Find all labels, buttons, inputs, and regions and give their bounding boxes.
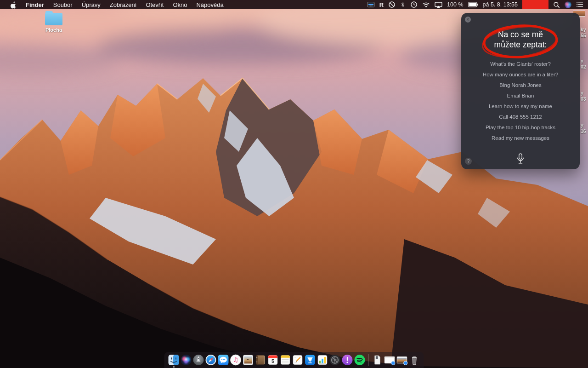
time-machine-icon[interactable] <box>410 0 418 9</box>
desktop-icon-fragment[interactable]: y 02 <box>581 58 586 70</box>
calendar-day: 5 <box>271 358 274 364</box>
dock-itunes-icon[interactable]: ♫ <box>230 354 242 366</box>
fragment-line: y <box>581 90 586 96</box>
dock-siri-icon[interactable] <box>181 354 192 366</box>
fragment-line: 16 <box>581 128 586 134</box>
siri-menu-icon[interactable] <box>565 0 571 9</box>
siri-panel: × Na co se mě můžete zeptat: What's the … <box>461 13 580 169</box>
folder-icon <box>45 13 62 25</box>
siri-suggestion[interactable]: Call 408 555 1212 <box>461 112 580 122</box>
dock-spotify-icon[interactable] <box>354 354 366 366</box>
dock-minimized-window-photo-icon[interactable] <box>396 354 408 366</box>
title-line-1: Na co se mě <box>461 29 580 40</box>
menu-zobrazeni[interactable]: Zobrazení <box>105 0 141 9</box>
close-icon[interactable]: × <box>465 17 471 23</box>
fragment-line: ky <box>581 27 586 33</box>
svg-text:♫: ♫ <box>233 356 238 364</box>
dock-safari-icon[interactable] <box>205 354 217 366</box>
menu-otevrit[interactable]: Otevřít <box>141 0 168 9</box>
status-app-icon[interactable] <box>367 0 375 9</box>
siri-suggestion[interactable]: Play the top 10 hip-hop tracks <box>461 122 580 133</box>
dock-launchpad-icon[interactable] <box>193 354 204 366</box>
menu-soubor[interactable]: Soubor <box>49 0 77 9</box>
do-not-disturb-icon[interactable] <box>388 0 396 9</box>
battery-icon[interactable] <box>468 0 478 9</box>
airplay-display-icon[interactable] <box>435 0 442 9</box>
menu-finder[interactable]: Finder <box>21 0 49 9</box>
fragment-line: 03 <box>581 96 586 102</box>
bluetooth-icon[interactable] <box>400 0 406 9</box>
dock-calendar-icon[interactable]: 5 <box>267 354 279 366</box>
status-r-icon[interactable]: R <box>379 0 384 9</box>
apple-menu-icon[interactable] <box>6 0 21 9</box>
menu-clock[interactable]: pá 5. 8. 13:55 <box>483 1 518 8</box>
dock-finder-icon[interactable] <box>168 354 180 366</box>
menu-bar: Finder Soubor Úpravy Zobrazení Otevřít O… <box>0 0 588 9</box>
help-icon[interactable]: ? <box>465 158 472 165</box>
menu-upravy[interactable]: Úpravy <box>77 0 105 9</box>
desktop-icon-fragment[interactable]: y 16 <box>581 122 586 134</box>
fragment-line: 02 <box>581 64 586 70</box>
dock-pages-icon[interactable] <box>292 354 304 366</box>
running-indicator <box>173 366 175 368</box>
dock-dial-app-icon[interactable] <box>329 354 341 366</box>
redacted-username <box>522 0 548 9</box>
notification-center-icon[interactable] <box>576 0 583 9</box>
siri-suggestion[interactable]: Read my new messages <box>461 133 580 144</box>
desktop-folder-plocha[interactable]: Plocha <box>43 11 65 33</box>
siri-suggestion[interactable]: Bing Norah Jones <box>461 80 580 91</box>
dock-documents-stack-icon[interactable] <box>372 354 383 366</box>
dock-divider <box>368 354 369 366</box>
dock-trash-icon[interactable] <box>409 354 420 366</box>
dock-contacts-icon[interactable] <box>255 354 266 366</box>
dock-numbers-icon[interactable] <box>317 354 328 366</box>
siri-suggestion[interactable]: Learn how to say my name <box>461 101 580 112</box>
wifi-icon[interactable] <box>422 0 430 9</box>
dock-notes-icon[interactable] <box>280 354 291 366</box>
desktop-screen: Finder Soubor Úpravy Zobrazení Otevřít O… <box>0 0 588 368</box>
siri-suggestions: What's the Giants' roster? How many ounc… <box>461 59 580 144</box>
menu-napoveda[interactable]: Nápověda <box>192 0 228 9</box>
folder-label: Plocha <box>43 27 65 33</box>
battery-percentage: 100 % <box>447 1 463 8</box>
desktop-icon-fragment[interactable]: y 03 <box>581 90 586 102</box>
siri-panel-title: Na co se mě můžete zeptat: <box>461 29 580 50</box>
dock: ♫ <box>164 352 424 368</box>
spotlight-icon[interactable] <box>553 0 560 9</box>
menu-okno[interactable]: Okno <box>168 0 192 9</box>
siri-suggestion[interactable]: How many ounces are in a liter? <box>461 69 580 80</box>
dock-keynote-icon[interactable] <box>305 354 316 366</box>
dock-preview-icon[interactable] <box>243 354 254 366</box>
fragment-line: y <box>581 122 586 128</box>
desktop-icon-fragment[interactable]: ky 55 <box>581 27 586 39</box>
fragment-line: 55 <box>581 33 586 39</box>
siri-suggestion[interactable]: What's the Giants' roster? <box>461 59 580 69</box>
title-line-2: můžete zeptat: <box>461 40 580 50</box>
dock-minimized-window-icon[interactable] <box>384 354 396 366</box>
dock-feedback-assistant-icon[interactable] <box>342 354 353 366</box>
microphone-icon[interactable] <box>515 153 526 166</box>
dock-messages-icon[interactable] <box>218 354 229 366</box>
siri-suggestion[interactable]: Email Brian <box>461 91 580 101</box>
fragment-line: y <box>581 58 586 64</box>
